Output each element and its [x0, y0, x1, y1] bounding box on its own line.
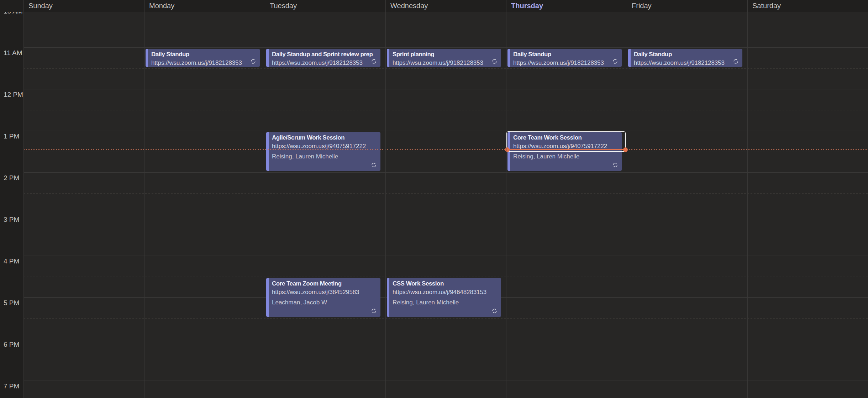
- event-join-url: https://wsu.zoom.us/j/9182128353: [510, 58, 622, 67]
- day-header-wednesday[interactable]: Wednesday: [385, 0, 506, 12]
- half-hour-line: [23, 277, 868, 277]
- event-organizer: Reising, Lauren Michelle: [389, 296, 501, 307]
- half-hour-line: [23, 68, 868, 69]
- event-title: CSS Work Session: [389, 278, 501, 288]
- day-header-monday[interactable]: Monday: [144, 0, 265, 12]
- column-divider: [144, 0, 144, 398]
- current-time-dot-left: [505, 147, 510, 152]
- hour-line: [23, 89, 868, 89]
- time-label: 11 AM: [4, 49, 22, 57]
- current-time-dashed-line: [23, 149, 868, 150]
- recurrence-icon: [371, 308, 377, 314]
- hour-line: [23, 47, 868, 48]
- hour-line: [23, 381, 868, 381]
- event-organizer: Leachman, Jacob W: [269, 296, 380, 307]
- event-join-url: https://wsu.zoom.us/j/9182128353: [631, 58, 742, 67]
- day-header-label: Friday: [632, 2, 652, 10]
- calendar-week-view: Daily Standuphttps://wsu.zoom.us/j/91821…: [0, 0, 868, 398]
- time-label: 2 PM: [4, 174, 19, 182]
- half-hour-line: [23, 152, 868, 152]
- half-hour-line: [23, 193, 868, 194]
- recurrence-icon: [371, 58, 377, 64]
- event-tuesday-core-team-zoom-meeting[interactable]: Core Team Zoom Meetinghttps://wsu.zoom.u…: [266, 278, 380, 317]
- event-organizer: Reising, Lauren Michelle: [269, 150, 380, 161]
- selected-slot-outline[interactable]: [506, 131, 626, 152]
- half-hour-line: [23, 318, 868, 319]
- hour-line: [23, 172, 868, 173]
- day-header-label: Monday: [149, 2, 174, 10]
- column-divider: [747, 0, 748, 398]
- current-time-dot-right: [623, 147, 628, 152]
- recurrence-icon: [371, 162, 377, 168]
- recurrence-icon: [733, 58, 739, 64]
- event-title: Sprint planning: [389, 49, 501, 58]
- column-divider: [265, 0, 265, 398]
- column-divider: [627, 0, 627, 398]
- day-header-label: Wednesday: [390, 2, 428, 10]
- time-gutter: 10 AM11 AM12 PM1 PM2 PM3 PM4 PM5 PM6 PM7…: [0, 0, 23, 398]
- hour-line: [23, 256, 868, 256]
- time-label: 3 PM: [4, 216, 19, 224]
- recurrence-icon: [491, 308, 498, 314]
- event-wednesday-css-work-session[interactable]: CSS Work Sessionhttps://wsu.zoom.us/j/94…: [387, 278, 501, 317]
- half-hour-line: [23, 27, 868, 27]
- recurrence-icon: [612, 162, 618, 168]
- day-header-friday[interactable]: Friday: [627, 0, 747, 12]
- day-column-sunday[interactable]: [23, 0, 144, 398]
- hour-line: [23, 131, 868, 131]
- event-monday-daily-standup[interactable]: Daily Standuphttps://wsu.zoom.us/j/91821…: [146, 49, 260, 67]
- event-thursday-daily-standup[interactable]: Daily Standuphttps://wsu.zoom.us/j/91821…: [507, 49, 622, 67]
- day-header-saturday[interactable]: Saturday: [747, 0, 868, 12]
- event-join-url: https://wsu.zoom.us/j/384529583: [269, 288, 380, 296]
- day-header-tuesday[interactable]: Tuesday: [265, 0, 385, 12]
- event-title: Daily Standup: [631, 49, 742, 58]
- event-join-url: https://wsu.zoom.us/j/9182128353: [269, 58, 380, 67]
- half-hour-line: [23, 110, 868, 110]
- day-header-label: Saturday: [752, 2, 781, 10]
- day-header-row: SundayMondayTuesdayWednesdayThursdayFrid…: [0, 0, 868, 12]
- event-title: Daily Standup: [510, 49, 622, 58]
- day-header-label: Thursday: [511, 2, 543, 10]
- time-label: 12 PM: [4, 91, 23, 99]
- event-tuesday-agile-scrum-work-session[interactable]: Agile/Scrum Work Sessionhttps://wsu.zoom…: [266, 132, 380, 171]
- day-header-label: Tuesday: [270, 2, 297, 10]
- time-label: 7 PM: [4, 382, 19, 390]
- event-join-url: https://wsu.zoom.us/j/9182128353: [148, 58, 260, 67]
- event-friday-daily-standup[interactable]: Daily Standuphttps://wsu.zoom.us/j/91821…: [628, 49, 742, 67]
- column-divider: [385, 0, 386, 398]
- half-hour-line: [23, 235, 868, 235]
- half-hour-line: [23, 360, 868, 360]
- time-label: 6 PM: [4, 341, 19, 349]
- recurrence-icon: [250, 58, 256, 64]
- column-divider: [506, 0, 506, 398]
- hour-line: [23, 214, 868, 214]
- event-tuesday-daily-standup-and-sprint-review-prep[interactable]: Daily Standup and Sprint review prephttp…: [266, 49, 380, 67]
- recurrence-icon: [491, 58, 498, 64]
- column-divider: [23, 0, 24, 398]
- time-label: 1 PM: [4, 132, 19, 140]
- event-title: Agile/Scrum Work Session: [269, 132, 380, 142]
- event-title: Daily Standup: [148, 49, 260, 58]
- event-title: Daily Standup and Sprint review prep: [269, 49, 380, 58]
- time-label: 5 PM: [4, 299, 19, 307]
- day-column-saturday[interactable]: [747, 0, 868, 398]
- time-label: 4 PM: [4, 257, 19, 265]
- event-wednesday-sprint-planning[interactable]: Sprint planninghttps://wsu.zoom.us/j/918…: [387, 49, 501, 67]
- current-time-line-today: [507, 149, 626, 150]
- event-join-url: https://wsu.zoom.us/j/9182128353: [389, 58, 501, 67]
- event-join-url: https://wsu.zoom.us/j/94648283153: [389, 288, 501, 296]
- event-title: Core Team Zoom Meeting: [269, 278, 380, 288]
- day-header-label: Sunday: [28, 2, 53, 10]
- day-header-thursday[interactable]: Thursday: [506, 0, 627, 12]
- hour-line: [23, 339, 868, 339]
- day-header-sunday[interactable]: Sunday: [23, 0, 144, 12]
- event-organizer: Reising, Lauren Michelle: [510, 150, 622, 161]
- recurrence-icon: [612, 58, 618, 64]
